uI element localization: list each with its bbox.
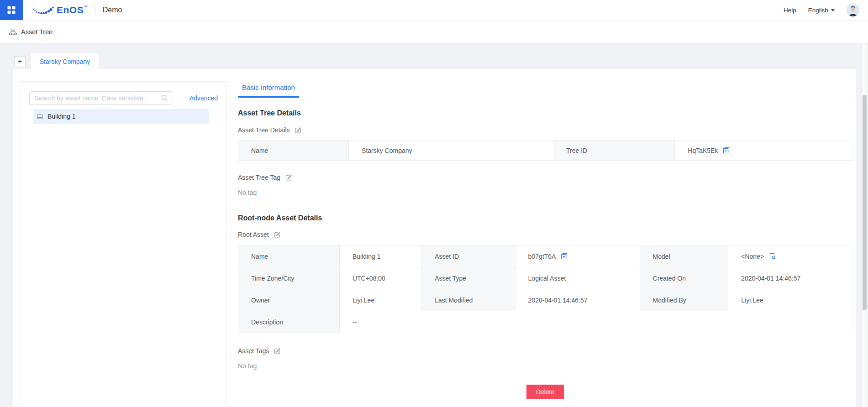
vertical-scrollbar-thumb[interactable] <box>863 95 867 310</box>
last-modified-label-cell: Last Modified <box>422 289 515 311</box>
timezone-value-cell: UTC+08:00 <box>339 267 421 289</box>
content-area: + Starsky Company Advanced <box>0 44 868 407</box>
root-asset-label: Root Asset <box>238 231 269 238</box>
tree-item-label: Building 1 <box>47 113 76 120</box>
edit-icon <box>274 231 281 238</box>
app-launcher-button[interactable] <box>0 0 23 20</box>
root-node-heading: Root-node Asset Details <box>238 214 852 222</box>
copy-asset-id-button[interactable] <box>561 253 568 260</box>
tree-id-value-cell: HqTaK5Ek <box>675 141 852 161</box>
root-asset-label-row: Root Asset <box>238 230 852 238</box>
modified-by-label-cell: Modified By <box>640 289 728 311</box>
user-avatar[interactable] <box>847 4 859 16</box>
copy-icon <box>723 147 730 154</box>
details-panel: Basic Information Asset Tree Details Ass… <box>238 69 852 407</box>
asset-tree-details-table: Name Starsky Company Tree ID HqTaK5Ek <box>238 140 852 161</box>
asset-tree-tag-label: Asset Tree Tag <box>238 174 280 181</box>
table-row: Name Starsky Company Tree ID HqTaK5Ek <box>238 141 852 161</box>
search-row: Advanced <box>29 91 218 105</box>
model-value: <None> <box>741 253 764 260</box>
vertical-scrollbar-track <box>861 44 867 407</box>
name-value-cell: Starsky Company <box>349 141 553 161</box>
view-model-button[interactable] <box>769 253 776 260</box>
name-label-cell: Name <box>238 245 340 267</box>
delete-row: Delete <box>238 385 852 399</box>
document-search-icon <box>769 253 776 260</box>
last-modified-value-cell: 2020-04-01 14:46:57 <box>515 289 640 311</box>
asset-tree-details-label-row: Asset Tree Details <box>238 126 852 134</box>
delete-button[interactable]: Delete <box>526 385 564 399</box>
edit-root-asset-button[interactable] <box>274 231 281 238</box>
asset-type-value-cell: Logical Asset <box>515 267 640 289</box>
top-header: EnOS™ Demo Help English <box>0 0 868 21</box>
trademark: ™ <box>84 5 88 9</box>
edit-icon <box>274 347 281 355</box>
page-title-bar: Asset Tree <box>0 21 868 43</box>
tab-starsky-company[interactable]: Starsky Company <box>31 53 99 69</box>
page-title: Asset Tree <box>21 28 53 36</box>
search-icon <box>161 94 168 103</box>
asset-tree-details-heading: Asset Tree Details <box>238 109 852 117</box>
asset-type-label-cell: Asset Type <box>422 267 515 289</box>
owner-value-cell: Liyi.Lee <box>339 289 421 311</box>
table-row: Time Zone/City UTC+08:00 Asset Type Logi… <box>238 267 852 289</box>
copy-icon <box>561 253 568 260</box>
search-input[interactable] <box>29 91 172 105</box>
asset-tree-panel: Advanced Building 1 <box>21 81 226 405</box>
asset-id-value: b07gtT6A <box>528 253 556 260</box>
edit-icon <box>295 126 302 134</box>
edit-icon <box>285 174 292 181</box>
header-divider <box>95 5 95 15</box>
table-row: Name Building 1 Asset ID b07gtT6A <box>238 245 852 267</box>
tree-id-label-cell: Tree ID <box>553 141 674 161</box>
tree-id-value: HqTaK5Ek <box>688 147 718 154</box>
asset-tree-icon <box>9 29 17 35</box>
main-card: Advanced Building 1 Basic Information As… <box>13 69 856 407</box>
details-tabs: Basic Information <box>238 69 852 98</box>
created-on-value-cell: 2020-04-01 14:46:57 <box>728 267 852 289</box>
asset-icon <box>37 114 43 120</box>
edit-asset-tree-details-button[interactable] <box>295 126 302 134</box>
owner-label-cell: Owner <box>238 289 340 311</box>
asset-tags-label-row: Asset Tags <box>238 347 852 355</box>
help-link[interactable]: Help <box>784 7 796 14</box>
enos-swoosh-icon <box>31 5 54 15</box>
add-tab-button[interactable]: + <box>14 56 26 67</box>
asset-tags-value: No tag <box>238 362 852 370</box>
asset-tree-tag-value: No tag <box>238 189 852 196</box>
modified-by-value-cell: Liyi.Lee <box>728 289 852 311</box>
avatar-person-icon <box>847 4 859 16</box>
description-label-cell: Description <box>238 311 340 333</box>
tab-basic-information[interactable]: Basic Information <box>238 83 299 98</box>
grid-icon <box>7 6 16 14</box>
name-label-cell: Name <box>238 141 349 161</box>
created-on-label-cell: Created On <box>640 267 728 289</box>
model-label-cell: Model <box>640 245 728 267</box>
edit-asset-tags-button[interactable] <box>274 347 281 355</box>
table-row: Description -- <box>238 311 852 333</box>
model-value-cell: <None> <box>728 245 852 267</box>
asset-id-value-cell: b07gtT6A <box>515 245 640 267</box>
header-right: Help English <box>772 4 859 16</box>
copy-tree-id-button[interactable] <box>723 147 730 154</box>
asset-id-label-cell: Asset ID <box>422 245 515 267</box>
chevron-down-icon <box>831 9 835 11</box>
tree-item-building-1[interactable]: Building 1 <box>33 109 209 124</box>
asset-tree-tag-label-row: Asset Tree Tag <box>238 173 852 181</box>
root-asset-table: Name Building 1 Asset ID b07gtT6A <box>238 245 852 333</box>
app-title: Demo <box>103 6 122 14</box>
asset-tree-details-label: Asset Tree Details <box>238 126 290 134</box>
brand-name: EnOS™ <box>57 5 88 15</box>
table-row: Owner Liyi.Lee Last Modified 2020-04-01 … <box>238 289 852 311</box>
edit-asset-tree-tag-button[interactable] <box>285 174 292 181</box>
advanced-search-link[interactable]: Advanced <box>189 94 218 102</box>
name-value-cell: Building 1 <box>339 245 421 267</box>
language-dropdown[interactable]: English <box>808 7 835 14</box>
timezone-label-cell: Time Zone/City <box>238 267 340 289</box>
description-value-cell: -- <box>339 311 852 333</box>
asset-tags-label: Asset Tags <box>238 347 269 355</box>
enos-logo[interactable]: EnOS™ <box>31 5 88 15</box>
